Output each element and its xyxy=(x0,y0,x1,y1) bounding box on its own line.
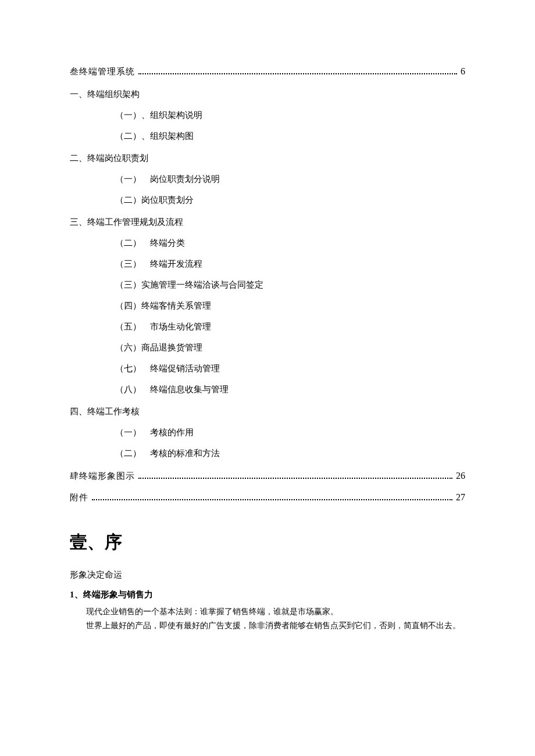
toc-entry-3: 叁终端管理系统 6 xyxy=(70,64,465,79)
body-paragraph-2: 世界上最好的产品，即使有最好的广告支援，除非消费者能够在销售点买到它们，否则，简… xyxy=(70,619,465,633)
chapter-heading: 壹、序 xyxy=(70,528,465,556)
toc-page-number: 27 xyxy=(456,490,465,505)
toc-sub-1-2: （二）、组织架构图 xyxy=(115,129,465,143)
toc-sub-3-7: （七） 终端促销活动管理 xyxy=(115,361,465,375)
toc-section-3: 三、终端工作管理规划及流程 xyxy=(70,215,465,229)
toc-sub-4-2: （二） 考核的标准和方法 xyxy=(115,446,465,460)
toc-sub-3-1: （二） 终端分类 xyxy=(115,236,465,250)
document-page: 叁终端管理系统 6 一、终端组织架构 （一）、组织架构说明 （二）、组织架构图 … xyxy=(0,0,535,756)
toc-sub-3-8: （八） 终端信息收集与管理 xyxy=(115,382,465,396)
toc-section-2: 二、终端岗位职责划 xyxy=(70,151,465,165)
chapter-subtitle: 形象决定命运 xyxy=(70,568,465,582)
toc-sub-3-6: （六）商品退换货管理 xyxy=(115,341,465,354)
toc-sub-4-1: （一） 考核的作用 xyxy=(115,425,465,439)
toc-leader xyxy=(92,492,452,501)
body-paragraph-1: 现代企业销售的一个基本法则：谁掌握了销售终端，谁就是市场赢家。 xyxy=(70,605,465,619)
section-heading-1: 1、终端形象与销售力 xyxy=(70,587,465,601)
toc-entry-5: 附件 27 xyxy=(70,490,465,505)
toc-title: 附件 xyxy=(70,490,88,504)
toc-page-number: 26 xyxy=(456,468,465,483)
toc-sub-2-2: （二）岗位职责划分 xyxy=(115,193,465,207)
toc-section-4: 四、终端工作考核 xyxy=(70,404,465,418)
toc-title: 叁终端管理系统 xyxy=(70,65,135,78)
toc-entry-4: 肆终端形象图示 26 xyxy=(70,468,465,483)
toc-leader xyxy=(138,470,452,479)
toc-sub-3-5: （五） 市场生动化管理 xyxy=(115,320,465,334)
toc-sub-3-3: （三）实施管理一终端洽谈与合同签定 xyxy=(115,278,465,292)
toc-title: 肆终端形象图示 xyxy=(70,469,135,483)
toc-sub-3-2: （三） 终端开发流程 xyxy=(115,257,465,271)
toc-leader xyxy=(138,66,457,75)
toc-sub-1-1: （一）、组织架构说明 xyxy=(115,108,465,122)
toc-section-1: 一、终端组织架构 xyxy=(70,87,465,101)
toc-sub-3-4: （四）终端客情关系管理 xyxy=(115,299,465,313)
toc-sub-2-1: （一） 岗位职责划分说明 xyxy=(115,172,465,186)
toc-page-number: 6 xyxy=(461,64,465,79)
